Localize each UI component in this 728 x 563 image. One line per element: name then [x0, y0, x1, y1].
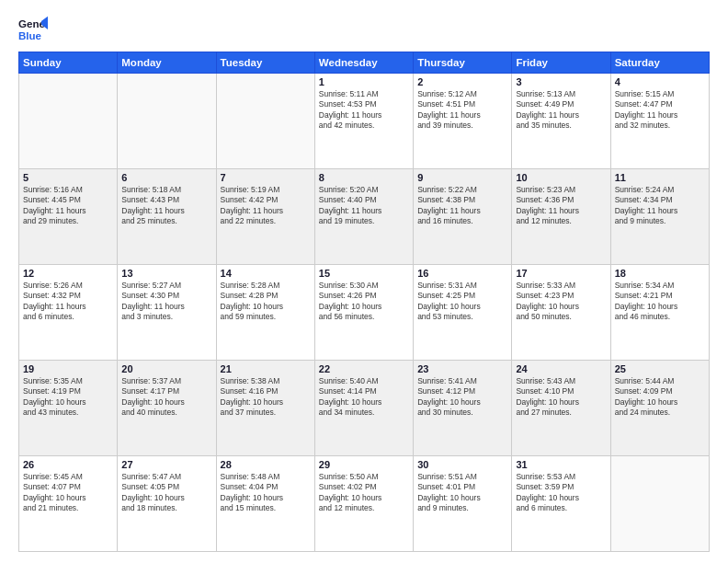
day-info: Sunrise: 5:43 AM Sunset: 4:10 PM Dayligh… — [516, 376, 606, 419]
calendar-cell: 6Sunrise: 5:18 AM Sunset: 4:43 PM Daylig… — [118, 169, 216, 265]
day-info: Sunrise: 5:16 AM Sunset: 4:45 PM Dayligh… — [23, 185, 113, 227]
day-number: 6 — [121, 172, 211, 183]
day-info: Sunrise: 5:31 AM Sunset: 4:25 PM Dayligh… — [417, 281, 507, 323]
calendar-cell: 28Sunrise: 5:48 AM Sunset: 4:04 PM Dayli… — [216, 456, 314, 552]
calendar-cell: 14Sunrise: 5:28 AM Sunset: 4:28 PM Dayli… — [216, 265, 314, 361]
day-info: Sunrise: 5:37 AM Sunset: 4:17 PM Dayligh… — [121, 376, 211, 419]
day-number: 5 — [23, 172, 113, 183]
day-number: 7 — [221, 172, 311, 183]
calendar-cell — [19, 74, 118, 169]
weekday-header-monday: Monday — [118, 52, 216, 74]
weekday-header-saturday: Saturday — [610, 52, 709, 74]
calendar-cell: 10Sunrise: 5:23 AM Sunset: 4:36 PM Dayli… — [512, 169, 610, 265]
day-number: 27 — [121, 459, 211, 470]
day-info: Sunrise: 5:13 AM Sunset: 4:49 PM Dayligh… — [516, 89, 606, 132]
day-info: Sunrise: 5:40 AM Sunset: 4:14 PM Dayligh… — [319, 376, 409, 419]
day-number: 29 — [319, 459, 409, 470]
calendar-cell: 7Sunrise: 5:19 AM Sunset: 4:42 PM Daylig… — [216, 169, 314, 265]
calendar-cell: 17Sunrise: 5:33 AM Sunset: 4:23 PM Dayli… — [512, 265, 610, 361]
day-info: Sunrise: 5:53 AM Sunset: 3:59 PM Dayligh… — [516, 472, 606, 514]
day-number: 12 — [23, 268, 113, 279]
day-info: Sunrise: 5:35 AM Sunset: 4:19 PM Dayligh… — [23, 376, 113, 419]
calendar-cell: 26Sunrise: 5:45 AM Sunset: 4:07 PM Dayli… — [19, 456, 118, 552]
calendar-cell: 5Sunrise: 5:16 AM Sunset: 4:45 PM Daylig… — [19, 169, 118, 265]
day-info: Sunrise: 5:51 AM Sunset: 4:01 PM Dayligh… — [417, 472, 507, 514]
header: General Blue — [18, 15, 710, 44]
day-info: Sunrise: 5:38 AM Sunset: 4:16 PM Dayligh… — [221, 376, 311, 419]
calendar-cell: 25Sunrise: 5:44 AM Sunset: 4:09 PM Dayli… — [610, 361, 709, 456]
day-number: 16 — [417, 268, 507, 279]
day-number: 11 — [615, 172, 705, 183]
day-number: 24 — [516, 363, 606, 374]
day-info: Sunrise: 5:48 AM Sunset: 4:04 PM Dayligh… — [221, 472, 311, 514]
calendar-cell: 11Sunrise: 5:24 AM Sunset: 4:34 PM Dayli… — [610, 169, 709, 265]
day-number: 18 — [615, 268, 705, 279]
calendar-cell — [216, 74, 314, 169]
day-info: Sunrise: 5:45 AM Sunset: 4:07 PM Dayligh… — [23, 472, 113, 514]
calendar-cell: 20Sunrise: 5:37 AM Sunset: 4:17 PM Dayli… — [118, 361, 216, 456]
day-number: 28 — [221, 459, 311, 470]
day-number: 22 — [319, 363, 409, 374]
day-info: Sunrise: 5:19 AM Sunset: 4:42 PM Dayligh… — [221, 185, 311, 227]
calendar-cell: 8Sunrise: 5:20 AM Sunset: 4:40 PM Daylig… — [314, 169, 413, 265]
day-number: 19 — [23, 363, 113, 374]
day-number: 26 — [23, 459, 113, 470]
calendar-week-4: 19Sunrise: 5:35 AM Sunset: 4:19 PM Dayli… — [19, 361, 710, 456]
day-info: Sunrise: 5:47 AM Sunset: 4:05 PM Dayligh… — [121, 472, 211, 514]
day-number: 17 — [516, 268, 606, 279]
weekday-header-row: SundayMondayTuesdayWednesdayThursdayFrid… — [19, 52, 710, 74]
calendar-cell — [118, 74, 216, 169]
day-number: 31 — [516, 459, 606, 470]
calendar-cell — [610, 456, 709, 552]
day-info: Sunrise: 5:50 AM Sunset: 4:02 PM Dayligh… — [319, 472, 409, 514]
day-number: 2 — [417, 76, 507, 87]
calendar-week-1: 1Sunrise: 5:11 AM Sunset: 4:53 PM Daylig… — [19, 74, 710, 169]
calendar-cell: 15Sunrise: 5:30 AM Sunset: 4:26 PM Dayli… — [314, 265, 413, 361]
day-info: Sunrise: 5:30 AM Sunset: 4:26 PM Dayligh… — [319, 281, 409, 323]
day-info: Sunrise: 5:18 AM Sunset: 4:43 PM Dayligh… — [121, 185, 211, 227]
day-info: Sunrise: 5:22 AM Sunset: 4:38 PM Dayligh… — [417, 185, 507, 227]
day-info: Sunrise: 5:27 AM Sunset: 4:30 PM Dayligh… — [121, 281, 211, 323]
day-info: Sunrise: 5:15 AM Sunset: 4:47 PM Dayligh… — [615, 89, 705, 132]
day-number: 23 — [417, 363, 507, 374]
weekday-header-wednesday: Wednesday — [314, 52, 413, 74]
calendar-cell: 12Sunrise: 5:26 AM Sunset: 4:32 PM Dayli… — [19, 265, 118, 361]
calendar-cell: 2Sunrise: 5:12 AM Sunset: 4:51 PM Daylig… — [414, 74, 512, 169]
calendar-cell: 4Sunrise: 5:15 AM Sunset: 4:47 PM Daylig… — [610, 74, 709, 169]
day-number: 21 — [221, 363, 311, 374]
calendar-cell: 19Sunrise: 5:35 AM Sunset: 4:19 PM Dayli… — [19, 361, 118, 456]
calendar-week-2: 5Sunrise: 5:16 AM Sunset: 4:45 PM Daylig… — [19, 169, 710, 265]
day-number: 25 — [615, 363, 705, 374]
day-number: 9 — [417, 172, 507, 183]
day-number: 30 — [417, 459, 507, 470]
weekday-header-friday: Friday — [512, 52, 610, 74]
calendar-cell: 16Sunrise: 5:31 AM Sunset: 4:25 PM Dayli… — [414, 265, 512, 361]
calendar-cell: 29Sunrise: 5:50 AM Sunset: 4:02 PM Dayli… — [314, 456, 413, 552]
calendar-cell: 9Sunrise: 5:22 AM Sunset: 4:38 PM Daylig… — [414, 169, 512, 265]
day-info: Sunrise: 5:44 AM Sunset: 4:09 PM Dayligh… — [615, 376, 705, 419]
calendar-cell: 22Sunrise: 5:40 AM Sunset: 4:14 PM Dayli… — [314, 361, 413, 456]
calendar-week-3: 12Sunrise: 5:26 AM Sunset: 4:32 PM Dayli… — [19, 265, 710, 361]
logo-icon: General Blue — [18, 15, 48, 44]
day-number: 10 — [516, 172, 606, 183]
day-info: Sunrise: 5:23 AM Sunset: 4:36 PM Dayligh… — [516, 185, 606, 227]
calendar-cell: 30Sunrise: 5:51 AM Sunset: 4:01 PM Dayli… — [414, 456, 512, 552]
day-number: 3 — [516, 76, 606, 87]
calendar-cell: 31Sunrise: 5:53 AM Sunset: 3:59 PM Dayli… — [512, 456, 610, 552]
day-info: Sunrise: 5:12 AM Sunset: 4:51 PM Dayligh… — [417, 89, 507, 132]
calendar-cell: 23Sunrise: 5:41 AM Sunset: 4:12 PM Dayli… — [414, 361, 512, 456]
day-number: 1 — [319, 76, 409, 87]
page: General Blue SundayMondayTuesdayWednesda… — [0, 0, 728, 563]
calendar-cell: 13Sunrise: 5:27 AM Sunset: 4:30 PM Dayli… — [118, 265, 216, 361]
weekday-header-sunday: Sunday — [19, 52, 118, 74]
calendar-cell: 24Sunrise: 5:43 AM Sunset: 4:10 PM Dayli… — [512, 361, 610, 456]
day-info: Sunrise: 5:26 AM Sunset: 4:32 PM Dayligh… — [23, 281, 113, 323]
day-number: 15 — [319, 268, 409, 279]
day-info: Sunrise: 5:24 AM Sunset: 4:34 PM Dayligh… — [615, 185, 705, 227]
calendar-table: SundayMondayTuesdayWednesdayThursdayFrid… — [18, 52, 710, 552]
day-number: 13 — [121, 268, 211, 279]
calendar-week-5: 26Sunrise: 5:45 AM Sunset: 4:07 PM Dayli… — [19, 456, 710, 552]
day-number: 8 — [319, 172, 409, 183]
day-info: Sunrise: 5:28 AM Sunset: 4:28 PM Dayligh… — [221, 281, 311, 323]
weekday-header-thursday: Thursday — [414, 52, 512, 74]
